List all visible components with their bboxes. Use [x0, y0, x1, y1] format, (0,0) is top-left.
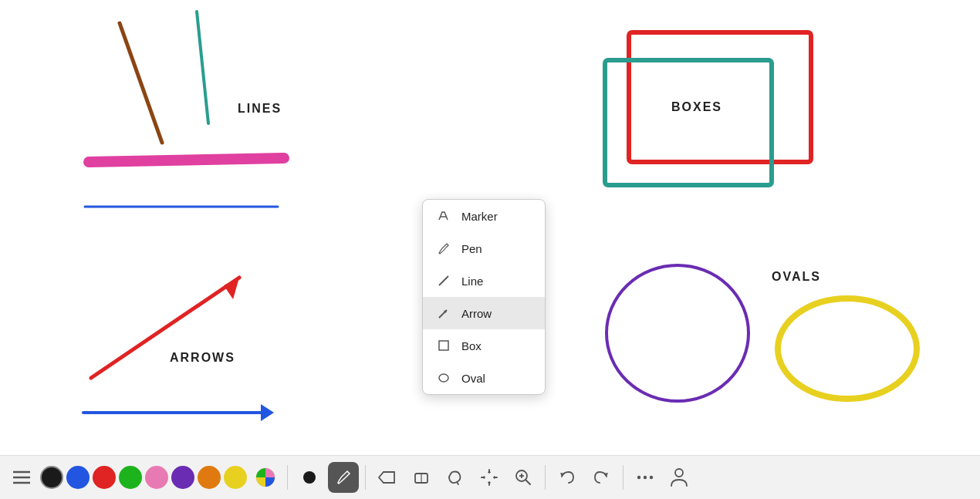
color-pink[interactable] [145, 466, 168, 489]
menu-item-line[interactable]: Line [423, 265, 545, 297]
redo-button[interactable] [586, 462, 617, 493]
bottom-toolbar [0, 455, 980, 499]
separator-2 [365, 465, 366, 490]
line-icon [435, 272, 452, 289]
svg-point-36 [644, 476, 647, 479]
color-purple[interactable] [171, 466, 194, 489]
dot-tool[interactable] [294, 462, 325, 493]
separator-3 [545, 465, 546, 490]
svg-line-13 [439, 276, 448, 285]
separator-1 [287, 465, 288, 490]
lasso-button[interactable] [440, 462, 471, 493]
menu-item-marker[interactable]: Marker [423, 200, 545, 232]
color-red[interactable] [93, 466, 116, 489]
arrow-label: Arrow [461, 307, 492, 320]
svg-point-35 [637, 476, 640, 479]
svg-line-1 [197, 12, 208, 123]
line-label: Line [461, 275, 483, 288]
svg-marker-7 [261, 404, 274, 421]
box-icon [435, 337, 452, 354]
svg-rect-16 [439, 341, 448, 350]
separator-4 [623, 465, 623, 490]
zoom-button[interactable] [508, 462, 539, 493]
svg-point-37 [650, 476, 653, 479]
svg-marker-5 [224, 278, 239, 299]
color-yellow[interactable] [224, 466, 247, 489]
pen-tool-button[interactable] [328, 462, 359, 493]
svg-marker-26 [488, 482, 491, 485]
marker-icon [435, 207, 452, 224]
box-label: Box [461, 339, 482, 352]
menu-button[interactable] [6, 462, 37, 493]
menu-item-arrow[interactable]: Arrow [423, 297, 545, 329]
svg-line-0 [120, 23, 162, 143]
eraser-button[interactable] [406, 462, 437, 493]
svg-point-11 [778, 298, 917, 399]
color-blue[interactable] [66, 466, 90, 489]
svg-point-17 [439, 374, 448, 382]
oval-icon [435, 369, 452, 386]
svg-rect-9 [605, 60, 772, 185]
label-tool-button[interactable] [372, 462, 403, 493]
svg-marker-28 [494, 476, 497, 479]
pen-label: Pen [461, 242, 482, 255]
svg-line-2 [89, 158, 284, 162]
arrow-icon [435, 305, 452, 322]
svg-marker-27 [482, 476, 485, 479]
lines-label: LINES [238, 102, 282, 116]
svg-marker-25 [488, 470, 491, 473]
svg-point-38 [675, 469, 683, 477]
color-black[interactable] [40, 466, 63, 489]
person-button[interactable] [664, 462, 694, 493]
tool-dropdown-menu: Marker Pen Line Arrow Box Oval [422, 199, 546, 395]
svg-point-22 [303, 471, 316, 484]
undo-button[interactable] [552, 462, 583, 493]
move-button[interactable] [474, 462, 505, 493]
oval-label: Oval [461, 372, 485, 385]
ovals-label: OVALS [772, 270, 821, 284]
menu-item-oval[interactable]: Oval [423, 362, 545, 394]
svg-point-10 [607, 265, 749, 401]
color-orange[interactable] [198, 466, 221, 489]
svg-line-30 [525, 480, 530, 484]
svg-rect-8 [629, 32, 811, 162]
pen-icon [435, 240, 452, 257]
arrows-label: ARROWS [170, 351, 235, 365]
svg-line-4 [91, 278, 239, 378]
color-multi[interactable] [250, 462, 281, 493]
boxes-label: BOXES [671, 100, 722, 114]
menu-item-box[interactable]: Box [423, 329, 545, 362]
color-green[interactable] [119, 466, 142, 489]
more-button[interactable] [630, 462, 661, 493]
marker-label: Marker [461, 210, 498, 223]
menu-item-pen[interactable]: Pen [423, 232, 545, 265]
